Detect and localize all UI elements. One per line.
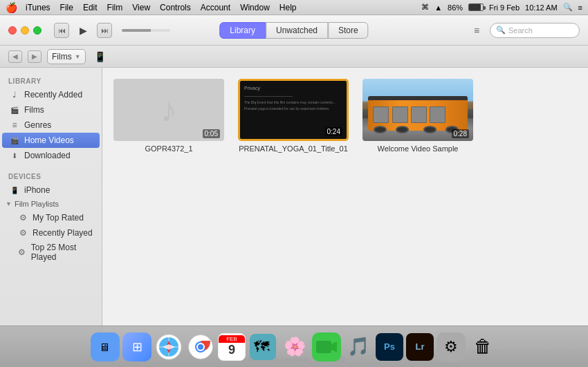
sidebar-item-top-rated[interactable]: ⚙ My Top Rated [2,210,100,225]
dock-finder[interactable]: 🖥 [91,332,120,361]
dock-safari[interactable] [154,332,183,361]
video-grid: ♪ 0:05 GOPR4372_1 Privacy ——————————————… [102,68,588,350]
dock-calendar[interactable]: FEB 9 [218,333,246,361]
sidebar-label-top-rated: My Top Rated [33,213,84,223]
sidebar-label-top25: Top 25 Most Played [31,243,94,262]
sidebar-item-iphone[interactable]: 📱 iPhone [2,182,100,198]
sidebar-item-recently-added[interactable]: ♩ Recently Added [2,87,100,102]
maximize-button[interactable] [33,26,42,35]
wifi-icon: ▲ [434,3,442,12]
sidebar-label-recently-played: Recently Played [33,228,93,238]
bluetooth-icon: ⌘ [421,3,429,12]
home-videos-icon: 🎬 [9,135,20,146]
video-item-train[interactable]: 0:28 Welcome Video Sample [362,79,473,153]
traffic-lights [8,26,42,35]
svg-point-11 [198,344,203,350]
menu-edit[interactable]: Edit [83,3,98,12]
menu-bar: 🍎 iTunes File Edit Film View Controls Ac… [0,0,588,15]
sidebar-item-top25[interactable]: ⚙ Top 25 Most Played [2,241,100,264]
films-icon: 🎬 [9,104,20,115]
dock-trash[interactable]: 🗑 [468,332,497,361]
sidebar-label-iphone: iPhone [24,185,50,195]
tab-library[interactable]: Library [219,22,266,39]
dock: 🖥 ⊞ FEB 9 🗺 🌸 🎵 Ps Lr ⚙ 🗑 [0,326,588,367]
playlists-section-title: Film Playlists [15,200,59,208]
tab-unwatched[interactable]: Unwatched [266,22,328,39]
menu-file[interactable]: File [60,3,73,12]
video-item-yoga[interactable]: Privacy —————————————— The Big Event tha… [238,79,349,153]
apple-menu[interactable]: 🍎 [6,2,17,13]
menu-window[interactable]: Window [240,3,270,12]
app: 🍎 iTunes File Edit Film View Controls Ac… [0,0,588,367]
menu-itunes[interactable]: iTunes [26,3,50,12]
dock-launchpad[interactable]: ⊞ [122,332,151,361]
recently-added-icon: ♩ [9,89,20,100]
yoga-line2: —————————————— [244,94,342,100]
genres-icon: ≡ [9,120,20,131]
dock-maps[interactable]: 🗺 [248,332,277,361]
sidebar-item-genres[interactable]: ≡ Genres [2,117,100,133]
devices-section-title: DEVICES [0,169,102,182]
back-button[interactable]: ◀ [8,50,22,63]
spotlight-icon[interactable]: 🔍 [563,3,573,12]
sidebar: LIBRARY ♩ Recently Added 🎬 Films ≡ Genre… [0,68,102,350]
battery-percent: 86% [448,3,463,12]
search-placeholder: Search [508,26,533,35]
menu-time: 10:12 AM [525,3,557,12]
yoga-line1: Privacy [244,85,342,93]
sidebar-label-home-videos: Home Videos [24,135,74,145]
yoga-line3: The Big Event that this film contains ma… [244,100,342,105]
video-thumb-gopr: ♪ 0:05 [113,79,224,141]
video-thumb-yoga: Privacy —————————————— The Big Event tha… [238,79,349,141]
tab-store[interactable]: Store [328,22,369,39]
dock-photos[interactable]: 🌸 [280,332,309,361]
search-icon: 🔍 [496,26,506,35]
play-button[interactable]: ▶ [75,22,91,39]
dock-photoshop[interactable]: Ps [376,333,403,361]
sidebar-item-downloaded[interactable]: ⬇ Downloaded [2,148,100,163]
rewind-button[interactable]: ⏮ [54,23,69,38]
search-box[interactable]: 🔍 Search [490,23,580,38]
video-duration-gopr: 0:05 [203,129,220,138]
playlists-section-header[interactable]: ▼ Film Playlists [0,198,102,210]
dock-itunes[interactable]: 🎵 [344,332,373,361]
films-dropdown[interactable]: Films ▼ [47,49,86,64]
video-item-gopr[interactable]: ♪ 0:05 GOPR4372_1 [113,79,224,153]
secondary-toolbar: ◀ ▶ Films ▼ 📱 [0,46,588,68]
menu-film[interactable]: Film [107,3,123,12]
svg-text:🗺: 🗺 [254,338,270,355]
dock-facetime[interactable] [312,332,341,361]
minimize-button[interactable] [21,26,29,35]
svg-marker-15 [331,341,337,352]
sidebar-label-downloaded: Downloaded [24,151,71,160]
menubar-right: ⌘ ▲ 86% Fri 9 Feb 10:12 AM 🔍 ≡ [421,3,582,12]
menu-controls[interactable]: Controls [160,3,191,12]
battery-icon [468,3,484,11]
downloaded-icon: ⬇ [9,150,20,161]
photoshop-icon: Ps [384,341,395,352]
iphone-icon: 📱 [9,185,20,196]
fast-forward-button[interactable]: ⏭ [97,23,112,38]
notification-icon[interactable]: ≡ [578,3,582,12]
menu-items: iTunes File Edit Film View Controls Acco… [26,3,297,12]
sidebar-item-recently-played[interactable]: ⚙ Recently Played [2,225,100,241]
sidebar-item-home-videos[interactable]: 🎬 Home Videos [2,133,100,148]
dock-chrome[interactable] [186,332,215,361]
recently-played-icon: ⚙ [17,227,28,238]
grid-view-button[interactable]: ≡ [469,23,484,38]
volume-slider[interactable] [122,29,170,32]
menu-view[interactable]: View [132,3,150,12]
sidebar-label-films: Films [24,105,44,115]
menu-help[interactable]: Help [279,3,297,12]
sidebar-item-films[interactable]: 🎬 Films [2,102,100,117]
menu-date: Fri 9 Feb [489,3,520,12]
dock-preferences[interactable]: ⚙ [437,332,466,361]
video-duration-train: 0:28 [452,129,469,138]
top-rated-icon: ⚙ [17,212,28,223]
svg-text:🖥: 🖥 [99,341,110,353]
close-button[interactable] [8,26,17,35]
forward-button[interactable]: ▶ [28,50,42,63]
device-button[interactable]: 📱 [94,49,107,64]
menu-account[interactable]: Account [201,3,230,12]
dock-lightroom[interactable]: Lr [406,333,434,361]
